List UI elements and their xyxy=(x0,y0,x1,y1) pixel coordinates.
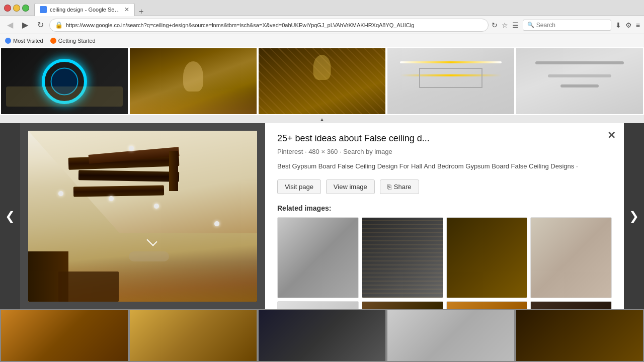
menu-icon[interactable]: ≡ xyxy=(636,21,640,29)
related-image-7[interactable] xyxy=(446,301,528,309)
related-image-6[interactable] xyxy=(362,301,443,309)
bottom-image-2[interactable] xyxy=(129,309,258,362)
strip-image-5[interactable] xyxy=(515,47,644,115)
bottom-image-5[interactable] xyxy=(515,309,644,362)
related-images-label: Related images: xyxy=(277,204,612,212)
related-images-grid: View more xyxy=(277,217,612,310)
large-image-container xyxy=(20,123,265,309)
related-image-1[interactable] xyxy=(277,217,359,299)
action-buttons: Visit page View image ⎘ Share xyxy=(277,179,612,194)
bookmark-label-2: Getting Started xyxy=(58,38,96,44)
share-icon: ⎘ xyxy=(387,183,391,191)
strip-image-2[interactable] xyxy=(129,47,258,115)
url-text: https://www.google.co.in/search?q=ceilin… xyxy=(66,22,483,28)
browser-toolbar: ◀ ▶ ↻ 🔒 https://www.google.co.in/search?… xyxy=(0,16,644,34)
reader-view-icon[interactable]: ☰ xyxy=(512,21,519,29)
bookmark-favicon xyxy=(5,38,11,44)
left-arrow-icon: ❮ xyxy=(5,209,15,223)
new-tab-button[interactable]: + xyxy=(135,7,147,16)
window-controls xyxy=(4,5,29,12)
back-button[interactable]: ◀ xyxy=(4,20,16,30)
strip-image-4[interactable] xyxy=(386,47,515,115)
related-image-2[interactable] xyxy=(362,217,443,299)
view-more-overlay[interactable]: View more xyxy=(531,302,611,309)
related-image-5[interactable] xyxy=(277,301,359,309)
minimize-window-button[interactable] xyxy=(13,5,20,12)
image-title: 25+ best ideas about False ceiling d... xyxy=(277,133,612,144)
share-button[interactable]: ⎘ Share xyxy=(380,179,419,194)
info-panel: ✕ 25+ best ideas about False ceiling d..… xyxy=(265,123,624,309)
search-icon: 🔍 xyxy=(527,22,534,28)
developer-icon[interactable]: ⚙ xyxy=(625,21,632,29)
bottom-image-4[interactable] xyxy=(386,309,515,362)
strip-image-3[interactable] xyxy=(258,47,386,115)
close-window-button[interactable] xyxy=(4,5,11,12)
download-icon[interactable]: ⬇ xyxy=(615,21,621,29)
close-panel-button[interactable]: ✕ xyxy=(607,129,616,141)
collapse-arrow[interactable]: ▲ xyxy=(0,115,644,123)
image-strip-bottom xyxy=(0,309,644,362)
refresh-button[interactable]: ↻ xyxy=(34,20,46,30)
large-image[interactable] xyxy=(28,131,257,302)
title-bar: ceiling design - Google Sea... ✕ + xyxy=(0,0,644,16)
bottom-image-3[interactable] xyxy=(258,309,386,362)
bookmark-star-icon[interactable]: ☆ xyxy=(502,21,508,29)
related-image-8[interactable]: View more xyxy=(530,301,612,309)
tab-close-button[interactable]: ✕ xyxy=(124,6,129,13)
arrow-up-icon: ▲ xyxy=(319,117,325,122)
strip-image-1[interactable] xyxy=(0,47,129,115)
right-arrow-icon: ❯ xyxy=(629,209,639,223)
bookmark-most-visited[interactable]: Most Visited xyxy=(5,38,43,44)
tab-title: ceiling design - Google Sea... xyxy=(50,7,121,13)
visit-page-button[interactable]: Visit page xyxy=(277,179,321,194)
image-description: Best Gypsum Board False Ceiling Design F… xyxy=(277,161,612,171)
detail-area: ❮ xyxy=(0,123,644,309)
content-area: ▲ ❮ xyxy=(0,47,644,362)
image-source: Pinterest · 480 × 360 · Search by image xyxy=(277,148,612,155)
share-label: Share xyxy=(394,183,412,191)
address-bar[interactable]: 🔒 https://www.google.co.in/search?q=ceil… xyxy=(49,19,489,32)
refresh-icon[interactable]: ↻ xyxy=(492,21,498,29)
bookmark-favicon-2 xyxy=(50,38,56,44)
view-image-button[interactable]: View image xyxy=(326,179,375,194)
bookmarks-bar: Most Visited Getting Started xyxy=(0,34,644,47)
next-image-button[interactable]: ❯ xyxy=(624,123,644,309)
toolbar-icons: ↻ ☆ ☰ 🔍 ⬇ ⚙ ≡ xyxy=(492,20,640,31)
related-image-3[interactable] xyxy=(446,217,528,299)
related-image-4[interactable] xyxy=(530,217,612,299)
maximize-window-button[interactable] xyxy=(22,5,29,12)
lock-icon: 🔒 xyxy=(55,21,63,29)
prev-image-button[interactable]: ❮ xyxy=(0,123,20,309)
forward-button[interactable]: ▶ xyxy=(19,20,31,30)
bookmark-label: Most Visited xyxy=(13,38,43,44)
tab-bar: ceiling design - Google Sea... ✕ + xyxy=(34,0,147,16)
bottom-image-1[interactable] xyxy=(0,309,129,362)
tab-favicon xyxy=(40,6,47,13)
image-strip-top xyxy=(0,47,644,115)
search-input[interactable] xyxy=(536,22,607,29)
bookmark-getting-started[interactable]: Getting Started xyxy=(50,38,96,44)
browser-tab[interactable]: ceiling design - Google Sea... ✕ xyxy=(34,3,135,16)
